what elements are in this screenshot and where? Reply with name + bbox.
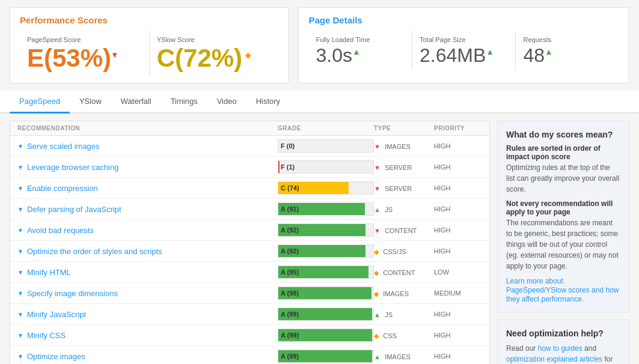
row-link-6[interactable]: Minify HTML (27, 268, 71, 277)
grade-bar-container-3: A (91) (278, 202, 374, 216)
row-type-9: ◆ CSS (374, 331, 434, 340)
pagespeed-score-label: PageSpeed Score (27, 36, 142, 43)
grade-label-2: C (74) (281, 184, 299, 192)
grade-label-8: A (99) (281, 311, 299, 318)
grade-bar-container-10: A (99) (278, 350, 374, 363)
expand-arrow-1[interactable]: ▼ (17, 164, 23, 171)
expand-arrow-5[interactable]: ▼ (17, 248, 23, 255)
tab-timings[interactable]: Timings (161, 91, 207, 114)
yslow-score-value: C(72%) ◆ (157, 46, 272, 71)
row-grade-2: C (74) (278, 181, 374, 195)
table-row: ▼ Optimize images A (99) ▲ IMAGES HIGH (10, 346, 489, 364)
row-recommendation-10: ▼ Optimize images (17, 352, 278, 361)
row-recommendation-4: ▼ Avoid bad requests (17, 226, 278, 235)
grade-label-7: A (98) (281, 290, 299, 297)
row-link-9[interactable]: Minify CSS (27, 331, 66, 340)
header-type: TYPE (374, 125, 434, 132)
table-row: ▼ Optimize the order of styles and scrip… (10, 241, 489, 262)
row-link-0[interactable]: Serve scaled images (27, 142, 100, 151)
row-type-8: ▲ JS (374, 310, 434, 319)
row-grade-5: A (92) (278, 244, 374, 258)
table-header: RECOMMENDATION GRADE TYPE PRIORITY (10, 121, 489, 136)
type-value-10: IMAGES (385, 353, 411, 360)
priority-value-6: LOW (434, 268, 482, 276)
row-grade-1: F (1) (278, 160, 374, 174)
expand-arrow-6[interactable]: ▼ (17, 269, 23, 276)
row-grade-0: F (0) (278, 139, 374, 153)
table-row: ▼ Minify CSS A (99) ◆ CSS HIGH (10, 325, 489, 346)
row-link-2[interactable]: Enable compression (27, 184, 98, 193)
grade-bar-container-1: F (1) (278, 160, 374, 174)
trend-icon-1: ▼ (374, 164, 381, 171)
table-row: ▼ Minify JavaScript A (99) ▲ JS HIGH (10, 304, 489, 325)
grade-bar-container-8: A (99) (278, 308, 374, 321)
scores-text2: The recommendations are meant to be gene… (506, 217, 620, 271)
tab-history[interactable]: History (246, 91, 290, 114)
row-link-4[interactable]: Avoid bad requests (27, 226, 94, 235)
trend-icon-8: ▲ (374, 311, 381, 318)
priority-value-7: MEDIUM (434, 290, 482, 297)
trend-icon-10: ▲ (374, 353, 381, 360)
grade-label-6: A (95) (281, 268, 299, 276)
performance-scores-panel: Performance Scores PageSpeed Score E(53%… (10, 7, 289, 83)
table-row: ▼ Minify HTML A (95) ◆ CONTENT LOW (10, 262, 489, 283)
requests-item: Requests 48▲ (516, 31, 619, 70)
type-value-9: CSS (383, 332, 397, 339)
table-row: ▼ Leverage browser caching F (1) ▼ SERVE… (10, 157, 489, 178)
optimization-articles-link[interactable]: optimization explained articles (506, 355, 602, 363)
grade-bar-container-2: C (74) (278, 181, 374, 195)
expand-arrow-9[interactable]: ▼ (17, 332, 23, 339)
sidebar: What do my scores mean? Rules are sorted… (497, 121, 629, 364)
row-link-7[interactable]: Specify image dimensions (27, 289, 118, 298)
scores-row: PageSpeed Score E(53%)▾ YSlow Score C(72… (20, 31, 278, 76)
row-recommendation-1: ▼ Leverage browser caching (17, 163, 278, 172)
grade-label-9: A (99) (281, 332, 299, 339)
row-grade-9: A (99) (278, 329, 374, 342)
trend-icon-0: ▼ (374, 143, 381, 150)
scores-meaning-title: What do my scores mean? (506, 130, 620, 139)
type-value-5: CSS/JS (383, 248, 406, 255)
tab-waterfall[interactable]: Waterfall (111, 91, 161, 114)
how-to-guides-link[interactable]: how to guides (538, 344, 582, 353)
expand-arrow-8[interactable]: ▼ (17, 311, 23, 318)
expand-arrow-0[interactable]: ▼ (17, 143, 23, 150)
tab-yslow[interactable]: YSlow (70, 91, 111, 114)
row-link-8[interactable]: Minify JavaScript (27, 310, 86, 319)
trend-icon-6: ◆ (374, 269, 379, 276)
expand-arrow-3[interactable]: ▼ (17, 206, 23, 213)
type-value-1: SERVER (385, 164, 412, 171)
row-link-3[interactable]: Defer parsing of JavaScript (27, 205, 121, 214)
trend-icon-4: ▼ (374, 227, 381, 234)
scores-learn-more-link[interactable]: Learn more about PageSpeed/YSlow scores … (506, 277, 619, 303)
row-type-1: ▼ SERVER (374, 163, 434, 172)
yslow-score-label: YSlow Score (157, 36, 272, 43)
row-recommendation-5: ▼ Optimize the order of styles and scrip… (17, 247, 278, 256)
tab-pagespeed[interactable]: PageSpeed (10, 91, 70, 114)
tab-video[interactable]: Video (207, 91, 246, 114)
grade-label-0: F (0) (281, 142, 295, 150)
expand-arrow-7[interactable]: ▼ (17, 290, 23, 297)
pagespeed-score-item: PageSpeed Score E(53%)▾ (20, 31, 150, 76)
requests-label: Requests (523, 36, 612, 43)
priority-value-8: HIGH (434, 311, 482, 318)
expand-arrow-4[interactable]: ▼ (17, 227, 23, 234)
scores-subheading1: Rules are sorted in order of impact upon… (506, 144, 620, 161)
table-row: ▼ Specify image dimensions A (98) ◆ IMAG… (10, 283, 489, 304)
expand-arrow-10[interactable]: ▼ (17, 353, 23, 360)
requests-value: 48▲ (523, 46, 612, 65)
grade-bar-container-9: A (99) (278, 329, 374, 342)
row-link-1[interactable]: Leverage browser caching (27, 163, 118, 172)
row-link-10[interactable]: Optimize images (27, 352, 85, 361)
trend-icon-9: ◆ (374, 332, 379, 339)
trend-icon-7: ◆ (374, 290, 379, 297)
grade-label-1: F (1) (281, 163, 295, 171)
row-type-7: ◆ IMAGES (374, 289, 434, 298)
tabs-section: PageSpeed YSlow Waterfall Timings Video … (0, 91, 639, 114)
row-link-5[interactable]: Optimize the order of styles and scripts (27, 247, 162, 256)
expand-arrow-2[interactable]: ▼ (17, 185, 23, 192)
grade-label-10: A (99) (281, 353, 299, 360)
grade-bar-container-7: A (98) (278, 287, 374, 300)
row-recommendation-8: ▼ Minify JavaScript (17, 310, 278, 319)
table-row: ▼ Enable compression C (74) ▼ SERVER HIG… (10, 178, 489, 199)
priority-value-9: HIGH (434, 332, 482, 339)
